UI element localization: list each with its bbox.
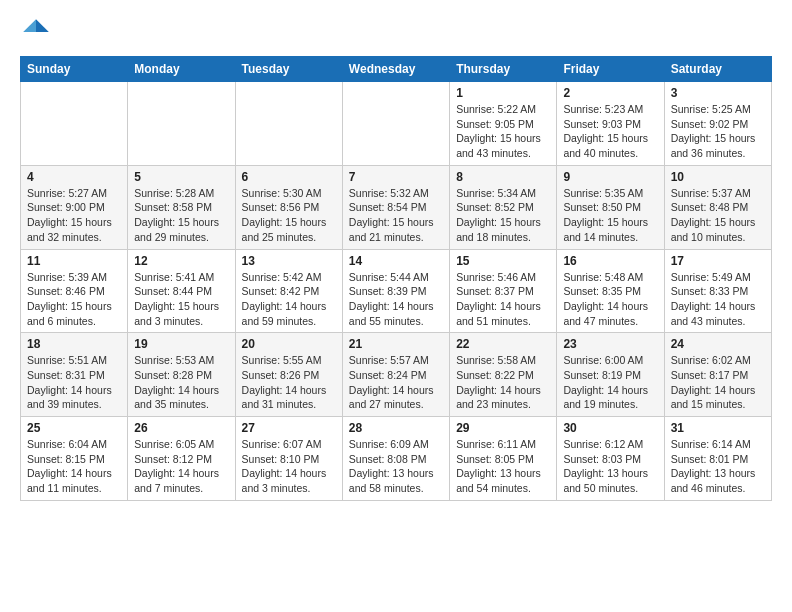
day-number: 30	[563, 421, 657, 435]
day-info: Sunrise: 6:02 AM Sunset: 8:17 PM Dayligh…	[671, 353, 765, 412]
calendar-header-wednesday: Wednesday	[342, 57, 449, 82]
day-info: Sunrise: 5:44 AM Sunset: 8:39 PM Dayligh…	[349, 270, 443, 329]
calendar-header-thursday: Thursday	[450, 57, 557, 82]
calendar-cell: 27Sunrise: 6:07 AM Sunset: 8:10 PM Dayli…	[235, 417, 342, 501]
day-number: 7	[349, 170, 443, 184]
svg-marker-0	[36, 19, 49, 32]
day-info: Sunrise: 5:39 AM Sunset: 8:46 PM Dayligh…	[27, 270, 121, 329]
calendar-cell: 22Sunrise: 5:58 AM Sunset: 8:22 PM Dayli…	[450, 333, 557, 417]
calendar-cell: 14Sunrise: 5:44 AM Sunset: 8:39 PM Dayli…	[342, 249, 449, 333]
day-info: Sunrise: 5:48 AM Sunset: 8:35 PM Dayligh…	[563, 270, 657, 329]
day-number: 4	[27, 170, 121, 184]
day-number: 3	[671, 86, 765, 100]
calendar-cell: 5Sunrise: 5:28 AM Sunset: 8:58 PM Daylig…	[128, 165, 235, 249]
day-info: Sunrise: 5:35 AM Sunset: 8:50 PM Dayligh…	[563, 186, 657, 245]
day-number: 18	[27, 337, 121, 351]
day-number: 29	[456, 421, 550, 435]
day-info: Sunrise: 5:22 AM Sunset: 9:05 PM Dayligh…	[456, 102, 550, 161]
calendar-cell	[235, 82, 342, 166]
calendar-cell: 1Sunrise: 5:22 AM Sunset: 9:05 PM Daylig…	[450, 82, 557, 166]
calendar-cell: 13Sunrise: 5:42 AM Sunset: 8:42 PM Dayli…	[235, 249, 342, 333]
day-info: Sunrise: 5:25 AM Sunset: 9:02 PM Dayligh…	[671, 102, 765, 161]
calendar-week-4: 18Sunrise: 5:51 AM Sunset: 8:31 PM Dayli…	[21, 333, 772, 417]
calendar-cell: 20Sunrise: 5:55 AM Sunset: 8:26 PM Dayli…	[235, 333, 342, 417]
day-number: 14	[349, 254, 443, 268]
day-info: Sunrise: 5:37 AM Sunset: 8:48 PM Dayligh…	[671, 186, 765, 245]
day-number: 11	[27, 254, 121, 268]
calendar-cell: 30Sunrise: 6:12 AM Sunset: 8:03 PM Dayli…	[557, 417, 664, 501]
calendar-cell: 24Sunrise: 6:02 AM Sunset: 8:17 PM Dayli…	[664, 333, 771, 417]
day-info: Sunrise: 6:12 AM Sunset: 8:03 PM Dayligh…	[563, 437, 657, 496]
day-number: 12	[134, 254, 228, 268]
calendar-cell: 7Sunrise: 5:32 AM Sunset: 8:54 PM Daylig…	[342, 165, 449, 249]
day-number: 22	[456, 337, 550, 351]
calendar-header-tuesday: Tuesday	[235, 57, 342, 82]
calendar-cell: 9Sunrise: 5:35 AM Sunset: 8:50 PM Daylig…	[557, 165, 664, 249]
calendar-cell: 21Sunrise: 5:57 AM Sunset: 8:24 PM Dayli…	[342, 333, 449, 417]
calendar-cell: 23Sunrise: 6:00 AM Sunset: 8:19 PM Dayli…	[557, 333, 664, 417]
calendar-cell: 28Sunrise: 6:09 AM Sunset: 8:08 PM Dayli…	[342, 417, 449, 501]
calendar-cell: 15Sunrise: 5:46 AM Sunset: 8:37 PM Dayli…	[450, 249, 557, 333]
day-number: 15	[456, 254, 550, 268]
day-number: 6	[242, 170, 336, 184]
calendar-cell: 12Sunrise: 5:41 AM Sunset: 8:44 PM Dayli…	[128, 249, 235, 333]
calendar-header-monday: Monday	[128, 57, 235, 82]
calendar-cell: 31Sunrise: 6:14 AM Sunset: 8:01 PM Dayli…	[664, 417, 771, 501]
calendar-cell: 25Sunrise: 6:04 AM Sunset: 8:15 PM Dayli…	[21, 417, 128, 501]
day-info: Sunrise: 6:11 AM Sunset: 8:05 PM Dayligh…	[456, 437, 550, 496]
calendar-cell: 6Sunrise: 5:30 AM Sunset: 8:56 PM Daylig…	[235, 165, 342, 249]
day-info: Sunrise: 6:09 AM Sunset: 8:08 PM Dayligh…	[349, 437, 443, 496]
calendar-cell	[342, 82, 449, 166]
logo-icon	[20, 16, 52, 48]
day-number: 9	[563, 170, 657, 184]
day-number: 19	[134, 337, 228, 351]
day-number: 21	[349, 337, 443, 351]
calendar-cell: 3Sunrise: 5:25 AM Sunset: 9:02 PM Daylig…	[664, 82, 771, 166]
day-info: Sunrise: 5:30 AM Sunset: 8:56 PM Dayligh…	[242, 186, 336, 245]
calendar-week-5: 25Sunrise: 6:04 AM Sunset: 8:15 PM Dayli…	[21, 417, 772, 501]
day-info: Sunrise: 6:04 AM Sunset: 8:15 PM Dayligh…	[27, 437, 121, 496]
day-number: 26	[134, 421, 228, 435]
day-number: 17	[671, 254, 765, 268]
day-info: Sunrise: 6:14 AM Sunset: 8:01 PM Dayligh…	[671, 437, 765, 496]
day-info: Sunrise: 6:00 AM Sunset: 8:19 PM Dayligh…	[563, 353, 657, 412]
calendar-table: SundayMondayTuesdayWednesdayThursdayFrid…	[20, 56, 772, 501]
day-info: Sunrise: 5:53 AM Sunset: 8:28 PM Dayligh…	[134, 353, 228, 412]
day-number: 20	[242, 337, 336, 351]
day-info: Sunrise: 5:57 AM Sunset: 8:24 PM Dayligh…	[349, 353, 443, 412]
calendar-week-2: 4Sunrise: 5:27 AM Sunset: 9:00 PM Daylig…	[21, 165, 772, 249]
calendar-cell: 8Sunrise: 5:34 AM Sunset: 8:52 PM Daylig…	[450, 165, 557, 249]
calendar-header-row: SundayMondayTuesdayWednesdayThursdayFrid…	[21, 57, 772, 82]
calendar-cell: 16Sunrise: 5:48 AM Sunset: 8:35 PM Dayli…	[557, 249, 664, 333]
calendar-cell: 11Sunrise: 5:39 AM Sunset: 8:46 PM Dayli…	[21, 249, 128, 333]
calendar-cell: 2Sunrise: 5:23 AM Sunset: 9:03 PM Daylig…	[557, 82, 664, 166]
day-number: 27	[242, 421, 336, 435]
day-info: Sunrise: 5:58 AM Sunset: 8:22 PM Dayligh…	[456, 353, 550, 412]
day-number: 1	[456, 86, 550, 100]
day-number: 2	[563, 86, 657, 100]
calendar-header-sunday: Sunday	[21, 57, 128, 82]
day-info: Sunrise: 5:49 AM Sunset: 8:33 PM Dayligh…	[671, 270, 765, 329]
day-number: 8	[456, 170, 550, 184]
calendar-cell	[128, 82, 235, 166]
svg-marker-1	[23, 19, 36, 32]
day-info: Sunrise: 6:05 AM Sunset: 8:12 PM Dayligh…	[134, 437, 228, 496]
calendar-cell: 29Sunrise: 6:11 AM Sunset: 8:05 PM Dayli…	[450, 417, 557, 501]
day-info: Sunrise: 5:34 AM Sunset: 8:52 PM Dayligh…	[456, 186, 550, 245]
day-number: 24	[671, 337, 765, 351]
page-header	[20, 16, 772, 48]
calendar-cell: 18Sunrise: 5:51 AM Sunset: 8:31 PM Dayli…	[21, 333, 128, 417]
day-info: Sunrise: 5:23 AM Sunset: 9:03 PM Dayligh…	[563, 102, 657, 161]
calendar-header-friday: Friday	[557, 57, 664, 82]
calendar-cell: 10Sunrise: 5:37 AM Sunset: 8:48 PM Dayli…	[664, 165, 771, 249]
day-number: 25	[27, 421, 121, 435]
day-info: Sunrise: 5:41 AM Sunset: 8:44 PM Dayligh…	[134, 270, 228, 329]
day-info: Sunrise: 5:27 AM Sunset: 9:00 PM Dayligh…	[27, 186, 121, 245]
calendar-cell: 17Sunrise: 5:49 AM Sunset: 8:33 PM Dayli…	[664, 249, 771, 333]
calendar-cell	[21, 82, 128, 166]
day-info: Sunrise: 5:28 AM Sunset: 8:58 PM Dayligh…	[134, 186, 228, 245]
day-number: 16	[563, 254, 657, 268]
day-number: 5	[134, 170, 228, 184]
calendar-week-3: 11Sunrise: 5:39 AM Sunset: 8:46 PM Dayli…	[21, 249, 772, 333]
day-info: Sunrise: 5:42 AM Sunset: 8:42 PM Dayligh…	[242, 270, 336, 329]
